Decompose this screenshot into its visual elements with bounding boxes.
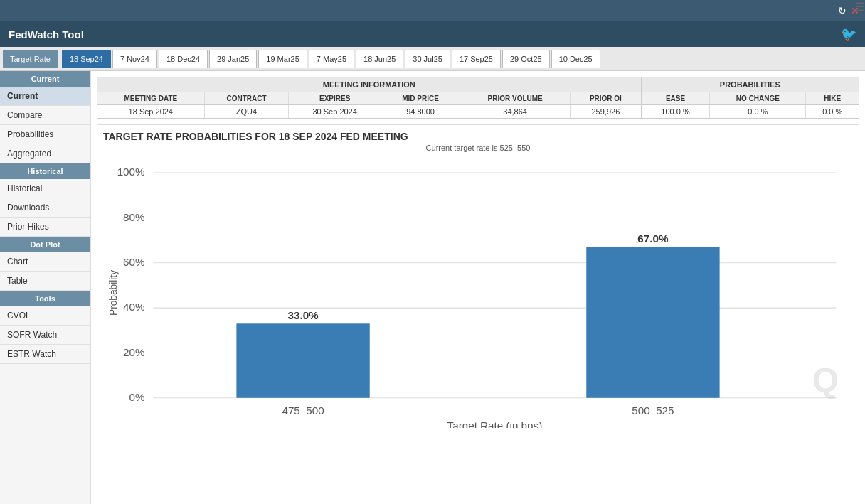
svg-text:33.0%: 33.0% — [287, 311, 318, 321]
col-expires: EXPIRES — [289, 92, 381, 105]
tools-section-header: Tools — [0, 291, 90, 306]
col-mid-price: MID PRICE — [381, 92, 460, 105]
meeting-info-header: MEETING INFORMATION MEETING DATE CONTRAC… — [97, 77, 859, 118]
meeting-section-info: MEETING INFORMATION MEETING DATE CONTRAC… — [97, 77, 642, 118]
col-no-change: NO CHANGE — [710, 92, 806, 105]
cell-ease: 100.0 % — [642, 105, 710, 119]
svg-text:20%: 20% — [123, 347, 145, 358]
date-tab-6[interactable]: 18 Jun25 — [356, 50, 403, 68]
date-tab-4[interactable]: 19 Mar25 — [258, 50, 307, 68]
svg-text:80%: 80% — [123, 212, 145, 222]
chart-svg: 0% 20% 40% 60% 80% 100% Probability 33.0… — [103, 158, 853, 428]
svg-text:0%: 0% — [129, 392, 145, 403]
twitter-icon[interactable]: 🐦 — [841, 26, 856, 42]
content-area: MEETING INFORMATION MEETING DATE CONTRAC… — [91, 71, 865, 504]
date-tab-2[interactable]: 18 Dec24 — [159, 50, 208, 68]
date-tab-3[interactable]: 29 Jan25 — [209, 50, 257, 68]
cell-meeting-date: 18 Sep 2024 — [97, 105, 204, 119]
sidebar-item-aggregated[interactable]: Aggregated — [0, 144, 90, 163]
svg-text:40%: 40% — [123, 302, 145, 313]
sidebar-item-table[interactable]: Table — [0, 272, 90, 291]
sidebar: Current Current Compare Probabilities Ag… — [0, 71, 91, 504]
sidebar-item-compare[interactable]: Compare — [0, 106, 90, 125]
meeting-info-table: MEETING INFORMATION MEETING DATE CONTRAC… — [97, 77, 859, 119]
tabs-row: Target Rate 18 Sep24 7 Nov24 18 Dec24 29… — [0, 47, 865, 71]
cell-prior-oi: 259,926 — [571, 105, 641, 119]
chart-subtitle: Current target rate is 525–550 — [103, 144, 853, 152]
svg-text:100%: 100% — [117, 167, 145, 178]
chart-title: TARGET RATE PROBABILITIES FOR 18 SEP 202… — [103, 131, 408, 142]
current-section-header: Current — [0, 71, 90, 87]
target-rate-button[interactable]: Target Rate — [3, 50, 58, 68]
cell-no-change: 0.0 % — [710, 105, 806, 119]
date-tab-7[interactable]: 30 Jul25 — [405, 50, 450, 68]
chart-container: Q 0% 20% 40% — [103, 158, 853, 428]
cell-expires: 30 Sep 2024 — [289, 105, 381, 119]
svg-text:67.0%: 67.0% — [637, 234, 668, 245]
svg-text:Target Rate (in bps): Target Rate (in bps) — [447, 421, 543, 428]
sidebar-item-estr-watch[interactable]: ESTR Watch — [0, 345, 90, 364]
main-layout: Current Current Compare Probabilities Ag… — [0, 71, 865, 504]
chart-area: TARGET RATE PROBABILITIES FOR 18 SEP 202… — [97, 124, 859, 434]
refresh-icon[interactable]: ↻ — [838, 5, 847, 16]
meeting-info-title: MEETING INFORMATION — [97, 77, 641, 92]
svg-text:475–500: 475–500 — [282, 406, 324, 417]
sidebar-item-probabilities[interactable]: Probabilities — [0, 125, 90, 144]
date-tab-8[interactable]: 17 Sep25 — [452, 50, 501, 68]
dotplot-section-header: Dot Plot — [0, 237, 90, 252]
svg-text:Probability: Probability — [107, 269, 119, 316]
col-prior-oi: PRIOR OI — [571, 92, 641, 105]
col-ease: EASE — [642, 92, 710, 105]
col-hike: HIKE — [806, 92, 859, 105]
sidebar-item-chart[interactable]: Chart — [0, 252, 90, 272]
cell-prior-volume: 34,864 — [460, 105, 571, 119]
meeting-prob-row: 100.0 % 0.0 % 0.0 % — [642, 105, 859, 119]
date-tab-0[interactable]: 18 Sep24 — [62, 50, 111, 68]
cell-contract: ZQU4 — [204, 105, 289, 119]
meeting-prob-title: PROBABILITIES — [642, 77, 859, 92]
cell-mid-price: 94.8000 — [381, 105, 460, 119]
bar-500-525 — [586, 247, 719, 398]
sidebar-item-cvol[interactable]: CVOL — [0, 306, 90, 326]
historical-section-header: Historical — [0, 163, 90, 179]
sidebar-item-current[interactable]: Current — [0, 87, 90, 106]
date-tab-10[interactable]: 10 Dec25 — [551, 50, 600, 68]
top-bar: ↻ ✕ — [0, 0, 865, 21]
sidebar-item-prior-hikes[interactable]: Prior Hikes — [0, 218, 90, 237]
sidebar-item-downloads[interactable]: Downloads — [0, 198, 90, 218]
meeting-info-row: 18 Sep 2024 ZQU4 30 Sep 2024 94.8000 34,… — [97, 105, 641, 119]
app-title: FedWatch Tool — [9, 28, 84, 41]
col-prior-volume: PRIOR VOLUME — [460, 92, 571, 105]
app-header: FedWatch Tool 🐦 — [0, 21, 865, 47]
cell-hike: 0.0 % — [806, 105, 859, 119]
meeting-prob-data-table: EASE NO CHANGE HIKE 100.0 % 0.0 % 0.0 % — [642, 92, 859, 118]
meeting-section-prob: PROBABILITIES EASE NO CHANGE HIKE — [642, 77, 859, 118]
col-contract: CONTRACT — [204, 92, 289, 105]
col-meeting-date: MEETING DATE — [97, 92, 204, 105]
sidebar-item-sofr-watch[interactable]: SOFR Watch — [0, 326, 90, 345]
date-tab-5[interactable]: 7 May25 — [309, 50, 354, 68]
svg-text:500–525: 500–525 — [632, 406, 674, 417]
sidebar-item-historical[interactable]: Historical — [0, 179, 90, 198]
svg-text:60%: 60% — [123, 257, 145, 268]
date-tab-9[interactable]: 29 Oct25 — [502, 50, 550, 68]
meeting-info-data-table: MEETING DATE CONTRACT EXPIRES MID PRICE … — [97, 92, 641, 118]
date-tab-1[interactable]: 7 Nov24 — [112, 50, 157, 68]
bar-475-500 — [236, 323, 369, 398]
